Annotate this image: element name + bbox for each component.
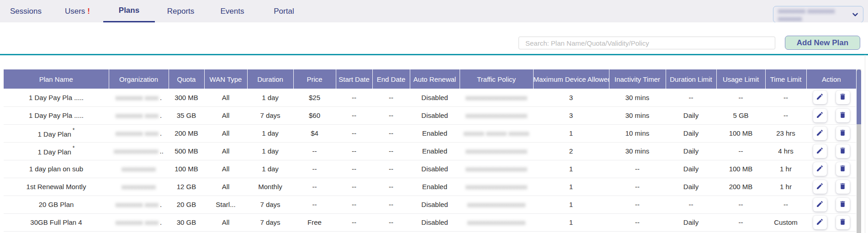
tab-events-label: Events <box>221 7 244 16</box>
scrollbar-thumb[interactable] <box>857 69 861 124</box>
edit-plan-button[interactable] <box>813 162 827 176</box>
redacted-text: xxxxxxxx xxxx <box>116 218 159 226</box>
cell-max-devices: 3 <box>533 106 609 124</box>
organization-dropdown[interactable]: xxxxxxxx xxxxxxxx xxxxxxx <box>773 6 863 23</box>
cell-duration-limit: -- <box>666 89 716 106</box>
edit-icon <box>816 200 824 209</box>
cell-plan-name: 1 Day Plan* <box>4 142 109 160</box>
cell-traffic-policy: xxxxxxxxxxxxxxxxxx <box>460 142 533 160</box>
edit-plan-button[interactable] <box>813 109 827 122</box>
page-edge-divider <box>865 55 865 233</box>
cell-max-devices: 1 <box>533 124 609 142</box>
cell-duration-limit: Daily <box>666 178 716 196</box>
add-new-plan-button[interactable]: Add New Plan <box>785 36 860 50</box>
delete-plan-button[interactable] <box>836 198 850 212</box>
cell-action <box>806 142 856 160</box>
cell-plan-name: 1 Day Pay Pla ..... <box>4 89 109 106</box>
tab-reports[interactable]: Reports <box>155 0 206 22</box>
cell-inactivity-timer: -- <box>609 196 666 213</box>
cell-quota: 200 MB <box>169 124 204 142</box>
cell-traffic-policy: xxxxxxxxxxxxxxxxxx <box>460 160 533 178</box>
delete-plan-button[interactable] <box>836 144 850 158</box>
tab-sessions-label: Sessions <box>10 7 42 16</box>
search-input[interactable] <box>519 37 775 49</box>
cell-plan-name: 20 GB Plan <box>4 196 109 213</box>
column-header-maximum-device-allowed: Maximum Device Allowed <box>533 69 609 89</box>
cell-inactivity-timer: 30 mins <box>609 142 666 160</box>
redacted-text: xxxxxxxxxxxxxxxxxx <box>466 183 527 191</box>
edit-plan-button[interactable] <box>813 198 827 212</box>
table-row: 1 Day Plan*xxxxxxxxxxxxx..500 MBAll1 day… <box>4 142 856 160</box>
redacted-text: xxxxxx xxxxxx xxxxxx <box>464 129 529 137</box>
cell-auto-renewal: Disabled <box>410 196 460 213</box>
delete-icon <box>839 218 847 227</box>
cell-max-devices: 2 <box>533 142 609 160</box>
cell-traffic-policy: xxxxxx xxxxxx xxxxxx <box>460 124 533 142</box>
column-header-auto-renewal: Auto Renewal <box>410 69 460 89</box>
edit-plan-button[interactable] <box>813 127 827 140</box>
cell-organization: xxxxxxxxxx <box>109 178 169 196</box>
redacted-text: xxxxxxxxxx <box>122 165 156 173</box>
cell-organization: xxxxxxxx xxxx. <box>109 106 169 124</box>
delete-plan-button[interactable] <box>836 90 850 104</box>
edit-icon <box>816 111 824 120</box>
cell-wan-type: All <box>204 124 247 142</box>
cell-duration: 1 day <box>247 124 293 142</box>
cell-duration: 7 days <box>247 106 293 124</box>
cell-end-date: -- <box>372 160 410 178</box>
column-header-duration-limit: Duration Limit <box>666 69 716 89</box>
cell-time-limit: -- <box>765 106 806 124</box>
vertical-scrollbar[interactable] <box>857 69 861 233</box>
plan-asterisk: * <box>73 127 75 133</box>
tab-plans[interactable]: Plans <box>103 0 155 22</box>
delete-icon <box>839 93 847 102</box>
cell-duration: Monthly <box>247 178 293 196</box>
users-alert-badge: ! <box>87 7 90 16</box>
column-header-quota: Quota <box>169 69 204 89</box>
cell-wan-type: All <box>204 178 247 196</box>
cell-time-limit: 4 hrs <box>765 142 806 160</box>
delete-plan-button[interactable] <box>836 180 850 194</box>
delete-plan-button[interactable] <box>836 109 850 122</box>
cell-organization: xxxxxxxx xxxx. <box>109 213 169 231</box>
delete-icon <box>839 164 847 174</box>
tab-portal[interactable]: Portal <box>258 0 310 22</box>
tab-users[interactable]: Users ! <box>52 0 103 22</box>
delete-plan-button[interactable] <box>836 127 850 140</box>
table-row: 1st Renewal Montlyxxxxxxxxxx12 GBAllMont… <box>4 178 856 196</box>
cell-start-date: -- <box>336 142 372 160</box>
cell-duration: 7 days <box>247 213 293 231</box>
edit-plan-button[interactable] <box>813 144 827 158</box>
edit-icon <box>816 218 824 227</box>
truncation-dots: . <box>160 111 162 119</box>
cell-auto-renewal: Enabled <box>410 178 460 196</box>
cell-time-limit: Custom <box>765 213 806 231</box>
redacted-text: xxxxxxxxxxxxxxxxx <box>467 218 526 226</box>
cell-quota: 20 GB <box>169 196 204 213</box>
tab-sessions[interactable]: Sessions <box>0 0 52 22</box>
cell-price: $60 <box>293 106 336 124</box>
delete-plan-button[interactable] <box>836 216 850 229</box>
cell-auto-renewal: Enabled <box>410 142 460 160</box>
cell-price: -- <box>293 160 336 178</box>
cell-usage-limit: 200 MB <box>716 178 765 196</box>
cell-price: -- <box>293 142 336 160</box>
cell-inactivity-timer: -- <box>609 160 666 178</box>
cell-action <box>806 106 856 124</box>
tab-events[interactable]: Events <box>206 0 258 22</box>
cell-start-date: -- <box>336 196 372 213</box>
edit-plan-button[interactable] <box>813 90 827 104</box>
cell-duration-limit: Daily <box>666 213 716 231</box>
plans-toolbar: Add New Plan <box>0 22 868 54</box>
column-header-time-limit: Time Limit <box>765 69 806 89</box>
edit-plan-button[interactable] <box>813 180 827 194</box>
cell-usage-limit: -- <box>716 196 765 213</box>
column-header-organization: Organization <box>109 69 169 89</box>
cell-wan-type: All <box>204 213 247 231</box>
cell-quota: 300 MB <box>169 89 204 106</box>
edit-plan-button[interactable] <box>813 216 827 229</box>
cell-quota: 100 MB <box>169 160 204 178</box>
truncation-dots: . <box>160 201 162 208</box>
cell-duration-limit: Daily <box>666 160 716 178</box>
delete-plan-button[interactable] <box>836 162 850 176</box>
